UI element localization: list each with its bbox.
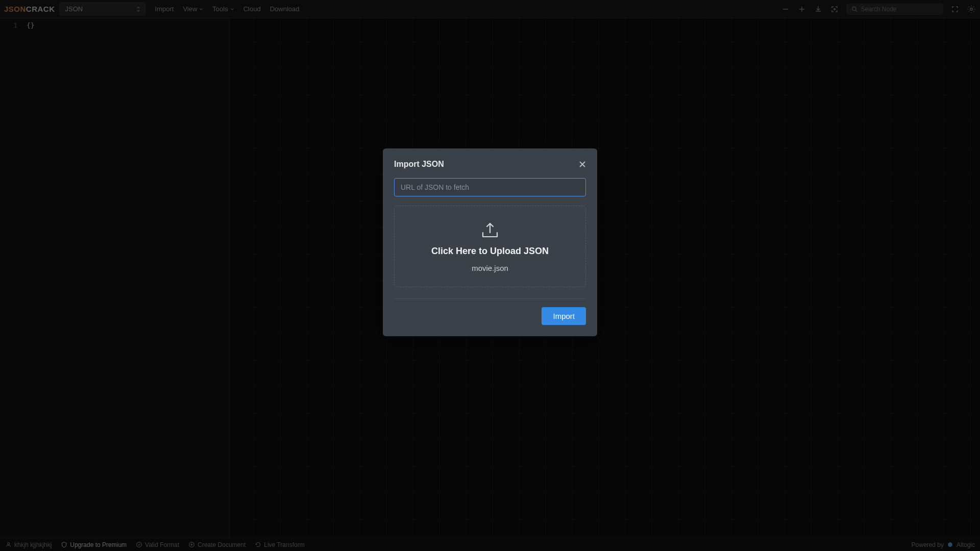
modal-close-button[interactable] <box>579 161 586 168</box>
import-modal: Import JSON Click Here to Upload JSON mo… <box>383 148 597 336</box>
upload-icon <box>480 221 500 239</box>
dropzone-filename: movie.json <box>405 264 575 272</box>
dropzone-title: Click Here to Upload JSON <box>405 246 575 257</box>
import-button[interactable]: Import <box>542 307 586 325</box>
modal-header: Import JSON <box>394 160 586 169</box>
modal-overlay[interactable]: Import JSON Click Here to Upload JSON mo… <box>0 0 980 551</box>
close-icon <box>579 161 586 168</box>
upload-dropzone[interactable]: Click Here to Upload JSON movie.json <box>394 206 586 287</box>
modal-divider <box>394 298 586 299</box>
import-button-label: Import <box>553 312 575 320</box>
modal-footer: Import <box>394 307 586 325</box>
url-input[interactable] <box>394 178 586 196</box>
modal-title: Import JSON <box>394 160 444 169</box>
